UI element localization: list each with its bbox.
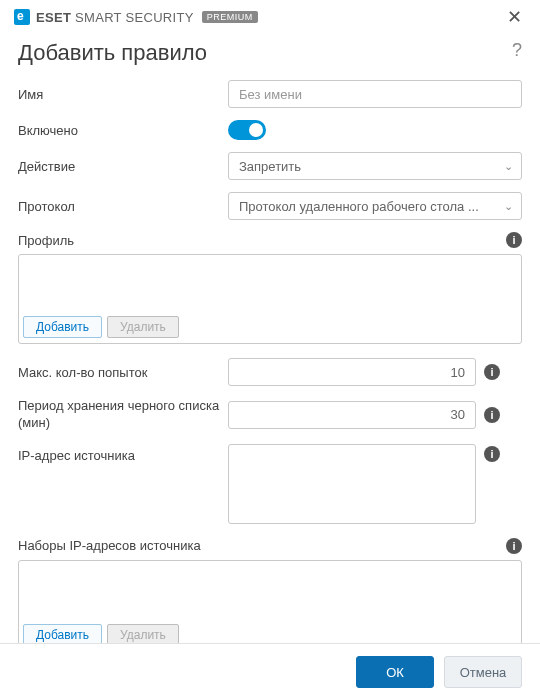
close-button[interactable]: ✕ xyxy=(503,8,526,26)
ok-button[interactable]: ОК xyxy=(356,656,434,688)
titlebar: ESET SMART SECURITY PREMIUM ✕ xyxy=(0,0,540,30)
source-ip-input[interactable] xyxy=(228,444,476,524)
profile-listbox[interactable]: Добавить Удалить xyxy=(18,254,522,344)
protocol-select-value: Протокол удаленного рабочего стола ... xyxy=(239,199,479,214)
dialog-footer: ОК Отмена xyxy=(0,643,540,700)
info-icon[interactable]: i xyxy=(506,232,522,248)
info-icon[interactable]: i xyxy=(506,538,522,554)
max-attempts-input[interactable] xyxy=(228,358,476,386)
blacklist-period-input[interactable] xyxy=(228,401,476,429)
profile-delete-button: Удалить xyxy=(107,316,179,338)
brand-logo-icon xyxy=(14,9,30,25)
protocol-label: Протокол xyxy=(18,199,228,214)
chevron-down-icon: ⌄ xyxy=(504,160,513,173)
name-input[interactable] xyxy=(228,80,522,108)
enabled-toggle[interactable] xyxy=(228,120,266,140)
info-icon[interactable]: i xyxy=(484,364,500,380)
blacklist-period-label: Период хранения черного списка (мин) xyxy=(18,398,228,432)
action-select-value: Запретить xyxy=(239,159,301,174)
profile-add-button[interactable]: Добавить xyxy=(23,316,102,338)
brand-text: ESET SMART SECURITY xyxy=(36,10,194,25)
chevron-down-icon: ⌄ xyxy=(504,200,513,213)
dialog-title: Добавить правило xyxy=(18,40,207,66)
action-label: Действие xyxy=(18,159,228,174)
help-button[interactable]: ? xyxy=(512,40,522,61)
protocol-select[interactable]: Протокол удаленного рабочего стола ... ⌄ xyxy=(228,192,522,220)
profile-label: Профиль xyxy=(18,233,74,248)
name-label: Имя xyxy=(18,87,228,102)
cancel-button[interactable]: Отмена xyxy=(444,656,522,688)
action-select[interactable]: Запретить ⌄ xyxy=(228,152,522,180)
info-icon[interactable]: i xyxy=(484,407,500,423)
dialog-header: Добавить правило ? xyxy=(0,30,540,80)
brand-badge: PREMIUM xyxy=(202,11,258,23)
source-ip-sets-listbox[interactable]: Добавить Удалить xyxy=(18,560,522,652)
source-ip-sets-label: Наборы IP-адресов источника xyxy=(18,538,201,553)
enabled-label: Включено xyxy=(18,123,228,138)
info-icon[interactable]: i xyxy=(484,446,500,462)
max-attempts-label: Макс. кол-во попыток xyxy=(18,365,228,380)
brand: ESET SMART SECURITY PREMIUM xyxy=(14,9,258,25)
source-ip-label: IP-адрес источника xyxy=(18,444,228,463)
